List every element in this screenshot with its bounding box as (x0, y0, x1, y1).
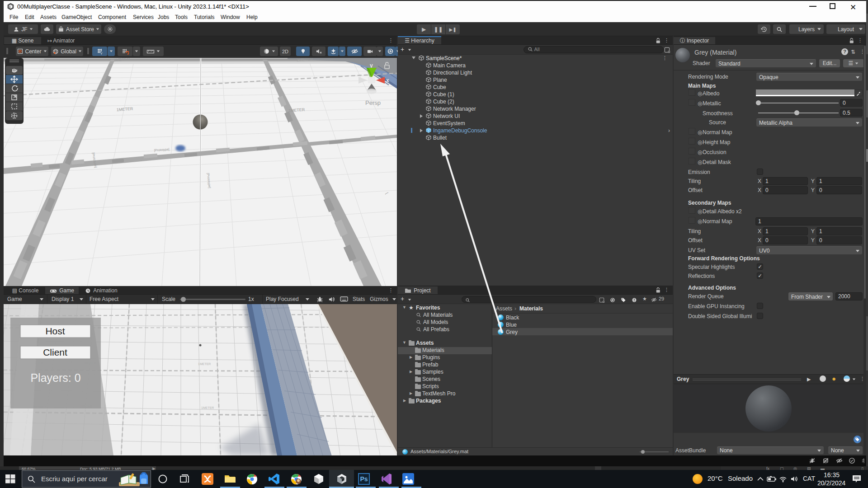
svg-text:Players: 0: Players: 0 (30, 371, 80, 384)
svg-text:[Prototype]: [Prototype] (206, 173, 212, 188)
svg-text:1METER: 1METER (288, 107, 305, 113)
svg-text:Persp: Persp (365, 99, 381, 106)
svg-text:1METER: 1METER (198, 362, 211, 366)
svg-text:y: y (370, 62, 373, 69)
svg-text:Host: Host (45, 326, 65, 336)
svg-text:x: x (386, 77, 389, 84)
svg-text:[Prototype]: [Prototype] (154, 148, 170, 152)
svg-text:1METER: 1METER (116, 106, 133, 112)
svg-text:Client: Client (43, 347, 67, 357)
svg-text:1METER: 1METER (201, 406, 214, 409)
